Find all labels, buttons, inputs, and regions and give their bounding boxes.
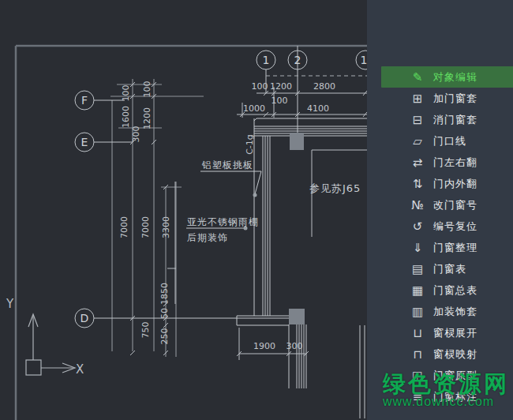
dim-top-4100: 4100 bbox=[307, 103, 329, 114]
menu-item-label: 加装饰套 bbox=[433, 305, 477, 319]
dim-bottom-300: 300 bbox=[286, 341, 303, 351]
change-number-icon: № bbox=[410, 198, 425, 212]
mullion-unfold-icon: ⊔ bbox=[410, 326, 425, 340]
dim-bottom-1900: 1900 bbox=[253, 341, 275, 351]
menu-item-label: 窗棂展开 bbox=[433, 326, 477, 340]
door-line-icon: ▱ bbox=[410, 134, 425, 148]
menu-item-15[interactable]: ◫ 门窗原型 bbox=[367, 365, 513, 386]
menu-item-7[interactable]: № 改门窗号 bbox=[367, 194, 513, 216]
reference-note: 参见苏J65 bbox=[309, 182, 361, 194]
dim-left-50: 50 bbox=[159, 308, 170, 319]
ucs-icon bbox=[26, 314, 75, 375]
menu-item-label: 门左右翻 bbox=[433, 156, 477, 170]
menu-item-label: 加门窗套 bbox=[433, 92, 477, 106]
dim-top-2800: 2800 bbox=[313, 81, 335, 92]
menu-item-3[interactable]: ⊟ 消门窗套 bbox=[367, 109, 513, 130]
add-frame-icon: ⊞ bbox=[410, 92, 425, 106]
dim-left-300: 300 bbox=[131, 126, 141, 143]
menu-item-5[interactable]: ⇄ 门左右翻 bbox=[367, 152, 513, 173]
cad-drawing-area[interactable]: F E D 1 2 1 100 1200 2800 100 1000 bbox=[0, 0, 367, 420]
grid-bubble-f: F bbox=[81, 94, 88, 107]
menu-item-label: 门口线 bbox=[433, 134, 466, 148]
menu-item-16[interactable]: ≡ 门窗标注 bbox=[367, 386, 513, 407]
menu-item-10[interactable]: ▤ 门窗表 bbox=[367, 258, 513, 279]
dim-left-7000b: 7000 bbox=[140, 216, 151, 238]
menu-list: ✎ 对象编辑 ⊞ 加门窗套 ⊟ 消门窗套 ▱ 门口线 ⇄ 门左右翻 ⇅ 门内外翻… bbox=[367, 66, 513, 407]
menu-item-label: 门窗表 bbox=[433, 262, 466, 276]
door-window-tidy-icon: ⇓ bbox=[410, 241, 425, 255]
number-reset-icon: ↺ bbox=[410, 219, 425, 234]
menu-item-label: 门窗总表 bbox=[433, 283, 477, 298]
canopy-note-line1: 亚光不锈钢雨棚 bbox=[187, 216, 259, 227]
dim-top-100b: 100 bbox=[271, 96, 288, 106]
menu-item-14[interactable]: ⊓ 窗棂映射 bbox=[367, 343, 513, 365]
remove-frame-icon: ⊟ bbox=[410, 113, 425, 127]
menu-item-12[interactable]: ▥ 加装饰套 bbox=[367, 301, 513, 322]
menu-item-6[interactable]: ⇅ 门内外翻 bbox=[367, 173, 513, 194]
canopy-board-leader bbox=[200, 171, 261, 197]
menu-item-11[interactable]: ▦ 门窗总表 bbox=[367, 279, 513, 301]
door-flip-left-right-icon: ⇄ bbox=[410, 156, 425, 170]
dim-left-1850: 1850 bbox=[159, 283, 170, 305]
door-window-annotate-icon: ≡ bbox=[410, 390, 425, 404]
menu-item-label: 编号复位 bbox=[433, 219, 477, 234]
grid-bubble-right: 1 bbox=[361, 54, 367, 66]
wall-horizontal-band bbox=[254, 118, 367, 136]
menu-item-2[interactable]: ⊞ 加门窗套 bbox=[367, 88, 513, 109]
grid-bubble-1: 1 bbox=[263, 54, 270, 66]
menu-item-label: 门内外翻 bbox=[433, 177, 477, 191]
wall-tag-label: C-1g bbox=[245, 134, 255, 155]
menu-item-label: 消门窗套 bbox=[433, 113, 477, 127]
grid-bubble-d: D bbox=[81, 312, 89, 324]
bottom-slab bbox=[237, 316, 289, 325]
mullion-map-icon: ⊓ bbox=[410, 347, 425, 362]
dim-top-1200: 1200 bbox=[270, 81, 292, 92]
door-window-table-icon: ▤ bbox=[410, 262, 425, 276]
cad-linework: F E D 1 2 1 100 1200 2800 100 1000 bbox=[0, 0, 367, 420]
menu-item-label: 对象编辑 bbox=[433, 70, 477, 84]
canopy-board-label: 铝塑板挑板 bbox=[201, 159, 253, 171]
menu-item-13[interactable]: ⊔ 窗棂展开 bbox=[367, 322, 513, 343]
dim-top-1000: 1000 bbox=[243, 103, 265, 114]
grid-bubble-2: 2 bbox=[294, 54, 301, 66]
menu-item-9[interactable]: ⇓ 门窗整理 bbox=[367, 237, 513, 258]
grid-bubble-e: E bbox=[81, 136, 88, 148]
column-top bbox=[290, 133, 304, 150]
menu-item-4[interactable]: ▱ 门口线 bbox=[367, 130, 513, 152]
dim-left-1200: 1200 bbox=[142, 107, 152, 129]
menu-item-label: 门窗原型 bbox=[433, 369, 477, 383]
door-flip-in-out-icon: ⇅ bbox=[410, 177, 425, 191]
dim-left-100a: 100 bbox=[121, 85, 131, 102]
menu-item-label: 改门窗号 bbox=[433, 198, 477, 212]
column-bottom bbox=[289, 309, 305, 324]
bottom-wall-section bbox=[289, 324, 365, 418]
dim-left-1600: 1600 bbox=[121, 106, 131, 128]
object-edit-icon: ✎ bbox=[410, 70, 425, 84]
add-decor-frame-icon: ▥ bbox=[410, 305, 425, 319]
menu-item-label: 窗棂映射 bbox=[433, 347, 477, 362]
door-window-prototype-icon: ◫ bbox=[410, 369, 425, 383]
dim-left-100b: 100 bbox=[142, 81, 152, 98]
canopy-note-line2: 后期装饰 bbox=[187, 232, 228, 243]
dim-left-3300: 3300 bbox=[161, 216, 171, 238]
menu-item-label: 门窗整理 bbox=[433, 241, 477, 255]
ucs-y-label: Y bbox=[6, 297, 14, 311]
dim-left-250: 250 bbox=[159, 328, 170, 345]
cad-side-menu-panel: ✎ 对象编辑 ⊞ 加门窗套 ⊟ 消门窗套 ▱ 门口线 ⇄ 门左右翻 ⇅ 门内外翻… bbox=[367, 0, 513, 420]
dim-left-7000a: 7000 bbox=[119, 216, 129, 238]
ucs-x-label: X bbox=[76, 362, 84, 377]
menu-item-label: 门窗标注 bbox=[433, 390, 477, 404]
menu-item-1[interactable]: ✎ 对象编辑 bbox=[381, 66, 513, 88]
dim-left-750: 750 bbox=[140, 322, 151, 339]
menu-item-8[interactable]: ↺ 编号复位 bbox=[367, 216, 513, 237]
dim-top-100: 100 bbox=[252, 81, 268, 92]
door-window-summary-table-icon: ▦ bbox=[410, 283, 425, 298]
